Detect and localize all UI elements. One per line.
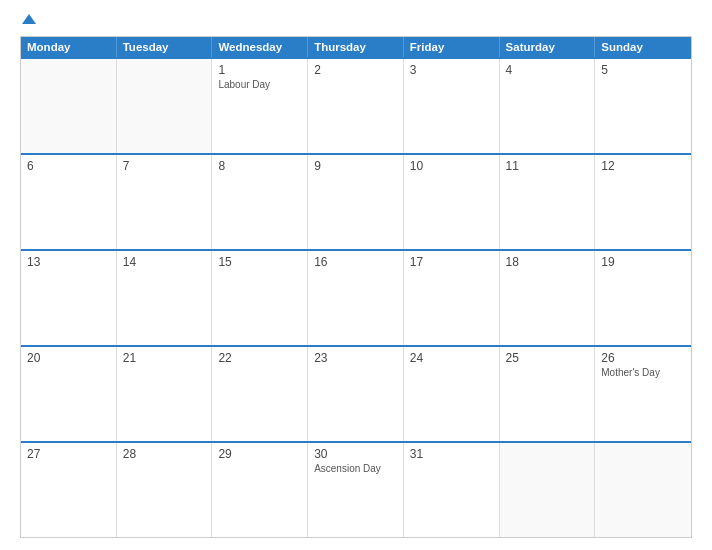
calendar-cell: 10 xyxy=(404,155,500,249)
day-number: 30 xyxy=(314,447,327,461)
day-number: 31 xyxy=(410,447,423,461)
calendar-week: 27282930Ascension Day31 xyxy=(21,441,691,537)
day-number: 17 xyxy=(410,255,423,269)
calendar-cell: 5 xyxy=(595,59,691,153)
calendar-cell: 2 xyxy=(308,59,404,153)
day-number: 14 xyxy=(123,255,136,269)
day-of-week-header: Tuesday xyxy=(117,37,213,57)
day-number: 29 xyxy=(218,447,231,461)
day-number: 21 xyxy=(123,351,136,365)
day-number: 3 xyxy=(410,63,417,77)
calendar-week: 20212223242526Mother's Day xyxy=(21,345,691,441)
day-number: 23 xyxy=(314,351,327,365)
logo-triangle-icon xyxy=(22,14,36,24)
day-number: 22 xyxy=(218,351,231,365)
calendar-cell xyxy=(595,443,691,537)
holiday-name: Ascension Day xyxy=(314,463,381,475)
day-number: 7 xyxy=(123,159,130,173)
header xyxy=(20,16,692,26)
calendar-cell: 15 xyxy=(212,251,308,345)
calendar-cell: 27 xyxy=(21,443,117,537)
day-number: 27 xyxy=(27,447,40,461)
day-number: 11 xyxy=(506,159,519,173)
calendar-cell xyxy=(21,59,117,153)
day-of-week-header: Saturday xyxy=(500,37,596,57)
day-number: 5 xyxy=(601,63,608,77)
calendar-cell: 25 xyxy=(500,347,596,441)
day-of-week-header: Thursday xyxy=(308,37,404,57)
day-number: 10 xyxy=(410,159,423,173)
day-number: 16 xyxy=(314,255,327,269)
day-of-week-header: Friday xyxy=(404,37,500,57)
day-number: 12 xyxy=(601,159,614,173)
calendar-cell: 23 xyxy=(308,347,404,441)
calendar-cell: 6 xyxy=(21,155,117,249)
calendar-cell: 29 xyxy=(212,443,308,537)
day-number: 25 xyxy=(506,351,519,365)
calendar-cell: 17 xyxy=(404,251,500,345)
calendar-cell: 21 xyxy=(117,347,213,441)
day-number: 6 xyxy=(27,159,34,173)
calendar-cell: 18 xyxy=(500,251,596,345)
day-number: 19 xyxy=(601,255,614,269)
calendar-cell: 12 xyxy=(595,155,691,249)
calendar-cell: 22 xyxy=(212,347,308,441)
day-number: 4 xyxy=(506,63,513,77)
calendar-cell: 19 xyxy=(595,251,691,345)
day-number: 20 xyxy=(27,351,40,365)
calendar-cell: 3 xyxy=(404,59,500,153)
day-number: 2 xyxy=(314,63,321,77)
day-of-week-header: Sunday xyxy=(595,37,691,57)
calendar-cell: 11 xyxy=(500,155,596,249)
calendar-week: 6789101112 xyxy=(21,153,691,249)
holiday-name: Labour Day xyxy=(218,79,270,91)
calendar-cell xyxy=(117,59,213,153)
calendar-cell: 16 xyxy=(308,251,404,345)
calendar-cell: 26Mother's Day xyxy=(595,347,691,441)
calendar-cell: 7 xyxy=(117,155,213,249)
day-number: 8 xyxy=(218,159,225,173)
calendar-week: 13141516171819 xyxy=(21,249,691,345)
calendar-cell: 20 xyxy=(21,347,117,441)
day-number: 24 xyxy=(410,351,423,365)
calendar-cell: 24 xyxy=(404,347,500,441)
page: MondayTuesdayWednesdayThursdayFridaySatu… xyxy=(0,0,712,550)
calendar-cell: 13 xyxy=(21,251,117,345)
calendar-cell: 31 xyxy=(404,443,500,537)
calendar-cell: 30Ascension Day xyxy=(308,443,404,537)
calendar-body: 1Labour Day23456789101112131415161718192… xyxy=(21,57,691,537)
calendar-cell: 28 xyxy=(117,443,213,537)
calendar-week: 1Labour Day2345 xyxy=(21,57,691,153)
calendar-cell: 8 xyxy=(212,155,308,249)
day-of-week-header: Wednesday xyxy=(212,37,308,57)
calendar-cell: 1Labour Day xyxy=(212,59,308,153)
day-number: 26 xyxy=(601,351,614,365)
calendar-cell xyxy=(500,443,596,537)
day-number: 9 xyxy=(314,159,321,173)
calendar-cell: 14 xyxy=(117,251,213,345)
logo xyxy=(20,16,36,26)
day-number: 28 xyxy=(123,447,136,461)
day-number: 15 xyxy=(218,255,231,269)
day-number: 1 xyxy=(218,63,225,77)
holiday-name: Mother's Day xyxy=(601,367,660,379)
calendar: MondayTuesdayWednesdayThursdayFridaySatu… xyxy=(20,36,692,538)
calendar-cell: 9 xyxy=(308,155,404,249)
day-number: 18 xyxy=(506,255,519,269)
day-of-week-header: Monday xyxy=(21,37,117,57)
day-number: 13 xyxy=(27,255,40,269)
calendar-header: MondayTuesdayWednesdayThursdayFridaySatu… xyxy=(21,37,691,57)
calendar-cell: 4 xyxy=(500,59,596,153)
